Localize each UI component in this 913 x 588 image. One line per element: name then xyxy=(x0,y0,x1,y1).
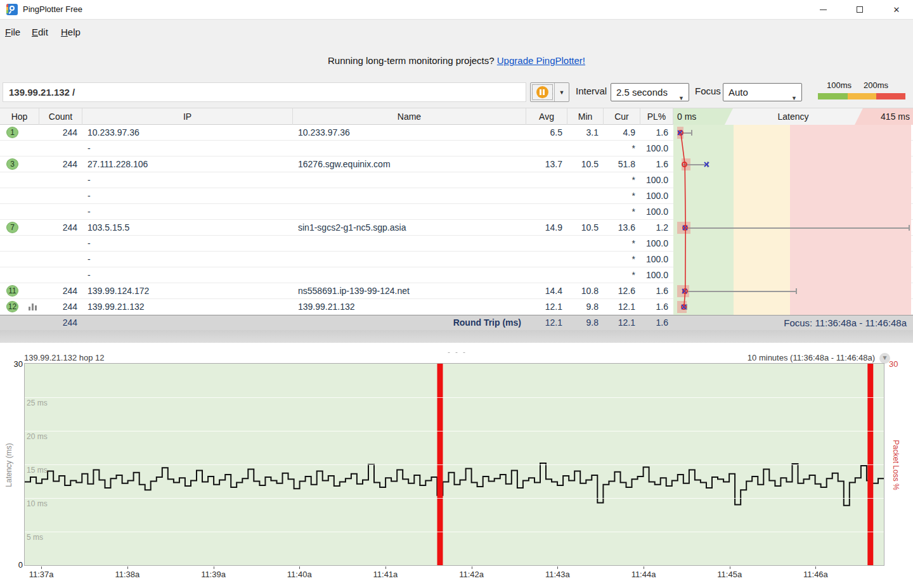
latency-max-cap xyxy=(691,130,692,136)
cell-cur: * xyxy=(604,172,635,188)
latency-plot-area[interactable]: 5 ms10 ms15 ms20 ms25 ms xyxy=(24,363,884,566)
chart-range-label[interactable]: 10 minutes (11:36:48a - 11:46:48a) xyxy=(748,353,875,362)
y-axis-title: Latency (ms) xyxy=(4,433,13,497)
cell-avg xyxy=(526,188,562,203)
upgrade-banner: Running long-term monitoring projects? U… xyxy=(0,55,913,69)
latency-band xyxy=(673,267,734,283)
table-row[interactable]: 124410.233.97.3610.233.97.366.53.14.91.6 xyxy=(0,125,913,141)
latency-graph-cell xyxy=(673,172,913,188)
window-chrome: FileEditHelp Running long-term monitorin… xyxy=(0,19,913,108)
cell-name xyxy=(298,252,524,267)
bar-chart-icon xyxy=(29,304,37,310)
col-name[interactable]: Name xyxy=(293,108,526,125)
summary-cur: 12.1 xyxy=(604,316,635,331)
menu-file[interactable]: File xyxy=(5,27,20,37)
latency-band xyxy=(734,188,790,204)
table-row[interactable]: -*100.0 xyxy=(0,267,913,283)
latency-current-x-marker xyxy=(681,288,688,295)
table-row[interactable]: -*100.0 xyxy=(0,172,913,188)
latency-band xyxy=(734,125,790,141)
gridline-label: 15 ms xyxy=(27,466,48,475)
cell-count: 244 xyxy=(39,220,77,235)
summary-count: 244 xyxy=(39,316,77,331)
table-row[interactable]: 324427.111.228.10616276.sgw.equinix.com1… xyxy=(0,157,913,172)
hop-number-badge: 7 xyxy=(6,222,18,233)
x-axis-label: 11:43a xyxy=(538,570,576,579)
latency-current-x-marker xyxy=(682,224,689,231)
latency-band xyxy=(734,267,790,283)
col-ip[interactable]: IP xyxy=(82,108,293,125)
cell-cur: * xyxy=(604,188,635,203)
table-row[interactable]: -*100.0 xyxy=(0,236,913,252)
cell-avg xyxy=(526,267,562,283)
table-row[interactable]: -*100.0 xyxy=(0,141,913,157)
cell-ip: - xyxy=(87,141,290,156)
target-address-input[interactable]: 139.99.21.132 / xyxy=(3,82,526,102)
close-button[interactable]: ✕ xyxy=(880,0,913,19)
cell-min: 10.8 xyxy=(567,283,599,298)
menu-help[interactable]: Help xyxy=(61,27,81,37)
cell-count: 244 xyxy=(39,125,77,140)
col-cur[interactable]: Cur xyxy=(604,108,640,125)
cell-cur: * xyxy=(604,252,635,267)
splitter-handle[interactable] xyxy=(0,343,913,353)
interval-value: 2.5 seconds xyxy=(616,87,668,98)
minimize-button[interactable] xyxy=(806,0,839,19)
chevron-down-icon: ▼ xyxy=(559,89,565,96)
upgrade-link[interactable]: Upgrade PingPlotter! xyxy=(497,55,585,66)
focus-label: Focus xyxy=(695,86,721,96)
table-row[interactable]: -*100.0 xyxy=(0,188,913,204)
table-row[interactable]: -*100.0 xyxy=(0,204,913,220)
menu-edit[interactable]: Edit xyxy=(32,27,48,37)
cell-ip: 103.5.15.5 xyxy=(87,220,290,235)
x-axis-tick xyxy=(472,566,472,569)
col-avg[interactable]: Avg xyxy=(526,108,567,125)
col-latency[interactable]: 0 ms Latency 415 ms xyxy=(673,108,913,125)
col-pl[interactable]: PL% xyxy=(640,108,673,125)
latency-band xyxy=(790,125,911,141)
latency-band xyxy=(673,188,734,204)
cell-pl: 100.0 xyxy=(640,267,668,283)
hop-number-badge: 1 xyxy=(6,127,18,138)
cell-pl: 1.6 xyxy=(640,157,668,172)
latency-band xyxy=(673,172,734,188)
cell-pl: 100.0 xyxy=(640,252,668,267)
gridline xyxy=(25,397,884,398)
pause-toggle[interactable] xyxy=(531,83,555,101)
latency-graph-cell xyxy=(673,299,913,315)
maximize-button[interactable] xyxy=(843,0,876,19)
table-row[interactable]: 12244139.99.21.132139.99.21.13212.19.812… xyxy=(0,299,913,315)
legend-color-bar xyxy=(818,93,905,99)
cell-avg xyxy=(526,141,562,156)
round-trip-summary-row: 244 Round Trip (ms) 12.1 9.8 12.1 1.6 Fo… xyxy=(0,315,913,330)
cell-cur: 13.6 xyxy=(604,220,635,235)
interval-select[interactable]: 2.5 seconds ▼ xyxy=(611,83,689,101)
cell-cur: * xyxy=(604,236,635,251)
summary-label: Round Trip (ms) xyxy=(293,316,521,331)
cell-name xyxy=(298,204,524,219)
col-min[interactable]: Min xyxy=(567,108,604,125)
table-row[interactable]: 7244103.5.15.5sin1-sgcs2-g1-nc5.sgp.asia… xyxy=(0,220,913,236)
table-row[interactable]: -*100.0 xyxy=(0,252,913,267)
cell-ip: - xyxy=(87,252,290,267)
cell-pl: 1.6 xyxy=(640,283,668,298)
table-header: Hop Count IP Name Avg Min Cur PL% 0 ms L… xyxy=(0,108,913,125)
latency-band xyxy=(790,283,911,299)
pause-dropdown-arrow[interactable]: ▼ xyxy=(555,83,569,101)
y-axis-min-label: 0 xyxy=(8,560,23,570)
chevron-down-icon: ▼ xyxy=(791,90,797,107)
cell-avg: 12.1 xyxy=(526,299,562,314)
table-row[interactable]: 11244139.99.124.172ns558691.ip-139-99-12… xyxy=(0,283,913,299)
focus-select[interactable]: Auto ▼ xyxy=(723,83,802,101)
col-count[interactable]: Count xyxy=(39,108,82,125)
latency-graph-cell xyxy=(673,188,913,204)
cell-name: sin1-sgcs2-g1-nc5.sgp.asia xyxy=(298,220,524,235)
x-axis-label: 11:46a xyxy=(796,570,834,579)
close-icon: ✕ xyxy=(893,5,900,15)
latency-band xyxy=(790,236,911,252)
latency-band xyxy=(734,299,790,315)
app-window: PingPlotter Free ✕ FileEditHelp Running … xyxy=(0,0,913,588)
pause-button[interactable]: ▼ xyxy=(530,82,569,102)
col-hop[interactable]: Hop xyxy=(0,108,39,125)
cell-avg xyxy=(526,236,562,251)
